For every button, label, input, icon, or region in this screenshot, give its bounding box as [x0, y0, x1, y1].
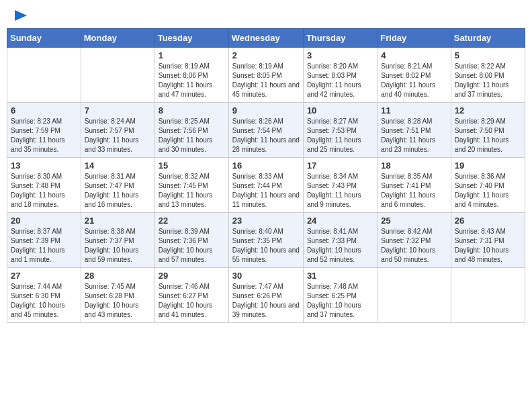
logo-icon — [12, 9, 27, 21]
day-info: Sunrise: 8:32 AM Sunset: 7:45 PM Dayligh… — [159, 172, 225, 210]
day-info: Sunrise: 8:40 AM Sunset: 7:35 PM Dayligh… — [232, 227, 300, 265]
calendar-cell: 23Sunrise: 8:40 AM Sunset: 7:35 PM Dayli… — [228, 213, 303, 268]
calendar-cell: 24Sunrise: 8:41 AM Sunset: 7:33 PM Dayli… — [303, 213, 377, 268]
calendar-week-row: 1Sunrise: 8:19 AM Sunset: 8:06 PM Daylig… — [7, 48, 525, 103]
day-number: 21 — [85, 216, 151, 226]
calendar-week-row: 13Sunrise: 8:30 AM Sunset: 7:48 PM Dayli… — [7, 158, 525, 213]
day-info: Sunrise: 8:24 AM Sunset: 7:57 PM Dayligh… — [85, 117, 151, 154]
day-number: 30 — [232, 271, 300, 281]
calendar-cell: 16Sunrise: 8:33 AM Sunset: 7:44 PM Dayli… — [228, 158, 303, 213]
day-info: Sunrise: 8:35 AM Sunset: 7:41 PM Dayligh… — [381, 172, 447, 210]
day-info: Sunrise: 8:25 AM Sunset: 7:56 PM Dayligh… — [159, 117, 225, 154]
day-number: 4 — [381, 50, 447, 60]
day-info: Sunrise: 8:22 AM Sunset: 8:00 PM Dayligh… — [455, 62, 521, 99]
day-info: Sunrise: 7:46 AM Sunset: 6:27 PM Dayligh… — [159, 282, 225, 320]
day-number: 28 — [85, 271, 151, 281]
weekday-header-thursday: Thursday — [303, 29, 377, 48]
calendar-cell: 2Sunrise: 8:19 AM Sunset: 8:05 PM Daylig… — [228, 48, 303, 103]
day-info: Sunrise: 7:45 AM Sunset: 6:28 PM Dayligh… — [85, 282, 151, 320]
calendar-cell: 9Sunrise: 8:26 AM Sunset: 7:54 PM Daylig… — [228, 103, 303, 158]
calendar-cell: 31Sunrise: 7:48 AM Sunset: 6:25 PM Dayli… — [303, 268, 377, 323]
day-number: 8 — [159, 105, 225, 116]
calendar-cell: 18Sunrise: 8:35 AM Sunset: 7:41 PM Dayli… — [378, 158, 451, 213]
day-number: 16 — [232, 161, 300, 171]
calendar-cell: 7Sunrise: 8:24 AM Sunset: 7:57 PM Daylig… — [81, 103, 154, 158]
day-number: 6 — [11, 105, 77, 116]
logo — [12, 9, 27, 21]
day-number: 26 — [455, 216, 521, 226]
weekday-header-sunday: Sunday — [7, 29, 81, 48]
weekday-header-friday: Friday — [378, 29, 451, 48]
calendar-cell: 1Sunrise: 8:19 AM Sunset: 8:06 PM Daylig… — [154, 48, 228, 103]
day-info: Sunrise: 8:38 AM Sunset: 7:37 PM Dayligh… — [85, 227, 151, 265]
calendar-cell: 14Sunrise: 8:31 AM Sunset: 7:47 PM Dayli… — [81, 158, 154, 213]
day-number: 15 — [159, 161, 225, 171]
calendar-cell: 25Sunrise: 8:42 AM Sunset: 7:32 PM Dayli… — [378, 213, 451, 268]
calendar-cell: 5Sunrise: 8:22 AM Sunset: 8:00 PM Daylig… — [451, 48, 525, 103]
calendar-cell: 29Sunrise: 7:46 AM Sunset: 6:27 PM Dayli… — [154, 268, 228, 323]
day-info: Sunrise: 8:21 AM Sunset: 8:02 PM Dayligh… — [381, 62, 447, 99]
day-info: Sunrise: 7:48 AM Sunset: 6:25 PM Dayligh… — [307, 282, 373, 320]
day-info: Sunrise: 8:34 AM Sunset: 7:43 PM Dayligh… — [307, 172, 373, 210]
day-info: Sunrise: 8:29 AM Sunset: 7:50 PM Dayligh… — [455, 117, 521, 154]
day-info: Sunrise: 8:23 AM Sunset: 7:59 PM Dayligh… — [11, 117, 77, 154]
day-number: 14 — [85, 161, 151, 171]
calendar-cell: 26Sunrise: 8:43 AM Sunset: 7:31 PM Dayli… — [451, 213, 525, 268]
calendar-cell: 22Sunrise: 8:39 AM Sunset: 7:36 PM Dayli… — [154, 213, 228, 268]
calendar-cell: 12Sunrise: 8:29 AM Sunset: 7:50 PM Dayli… — [451, 103, 525, 158]
weekday-header-wednesday: Wednesday — [228, 29, 303, 48]
calendar-cell: 19Sunrise: 8:36 AM Sunset: 7:40 PM Dayli… — [451, 158, 525, 213]
calendar-cell: 3Sunrise: 8:20 AM Sunset: 8:03 PM Daylig… — [303, 48, 377, 103]
day-number: 31 — [307, 271, 373, 281]
day-info: Sunrise: 8:28 AM Sunset: 7:51 PM Dayligh… — [381, 117, 447, 154]
day-number: 2 — [232, 50, 300, 60]
svg-marker-0 — [15, 10, 27, 21]
day-number: 1 — [159, 50, 225, 60]
day-info: Sunrise: 8:26 AM Sunset: 7:54 PM Dayligh… — [232, 117, 300, 154]
day-info: Sunrise: 8:43 AM Sunset: 7:31 PM Dayligh… — [455, 227, 521, 265]
day-number: 25 — [381, 216, 447, 226]
day-number: 24 — [307, 216, 373, 226]
day-number: 29 — [159, 271, 225, 281]
day-info: Sunrise: 7:47 AM Sunset: 6:26 PM Dayligh… — [232, 282, 300, 320]
day-number: 18 — [381, 161, 447, 171]
calendar-cell: 20Sunrise: 8:37 AM Sunset: 7:39 PM Dayli… — [7, 213, 81, 268]
calendar-cell: 30Sunrise: 7:47 AM Sunset: 6:26 PM Dayli… — [228, 268, 303, 323]
calendar-cell: 13Sunrise: 8:30 AM Sunset: 7:48 PM Dayli… — [7, 158, 81, 213]
weekday-header-row: SundayMondayTuesdayWednesdayThursdayFrid… — [7, 29, 525, 48]
day-number: 12 — [455, 105, 521, 116]
day-info: Sunrise: 8:20 AM Sunset: 8:03 PM Dayligh… — [307, 62, 373, 99]
day-number: 13 — [11, 161, 77, 171]
weekday-header-saturday: Saturday — [451, 29, 525, 48]
weekday-header-tuesday: Tuesday — [154, 29, 228, 48]
calendar-cell: 27Sunrise: 7:44 AM Sunset: 6:30 PM Dayli… — [7, 268, 81, 323]
calendar-cell: 21Sunrise: 8:38 AM Sunset: 7:37 PM Dayli… — [81, 213, 154, 268]
calendar-table: SundayMondayTuesdayWednesdayThursdayFrid… — [7, 28, 525, 323]
calendar-cell — [378, 268, 451, 323]
calendar-cell: 8Sunrise: 8:25 AM Sunset: 7:56 PM Daylig… — [154, 103, 228, 158]
weekday-header-monday: Monday — [81, 29, 154, 48]
calendar-cell: 17Sunrise: 8:34 AM Sunset: 7:43 PM Dayli… — [303, 158, 377, 213]
header — [7, 7, 525, 24]
calendar-cell: 11Sunrise: 8:28 AM Sunset: 7:51 PM Dayli… — [378, 103, 451, 158]
day-info: Sunrise: 8:19 AM Sunset: 8:06 PM Dayligh… — [159, 62, 225, 99]
calendar-week-row: 6Sunrise: 8:23 AM Sunset: 7:59 PM Daylig… — [7, 103, 525, 158]
day-info: Sunrise: 8:27 AM Sunset: 7:53 PM Dayligh… — [307, 117, 373, 154]
day-info: Sunrise: 8:19 AM Sunset: 8:05 PM Dayligh… — [232, 62, 300, 99]
calendar-cell — [7, 48, 81, 103]
day-number: 23 — [232, 216, 300, 226]
calendar-cell — [451, 268, 525, 323]
day-number: 17 — [307, 161, 373, 171]
day-info: Sunrise: 7:44 AM Sunset: 6:30 PM Dayligh… — [11, 282, 77, 320]
day-info: Sunrise: 8:37 AM Sunset: 7:39 PM Dayligh… — [11, 227, 77, 265]
day-number: 11 — [381, 105, 447, 116]
calendar-cell: 4Sunrise: 8:21 AM Sunset: 8:02 PM Daylig… — [378, 48, 451, 103]
day-number: 7 — [85, 105, 151, 116]
day-info: Sunrise: 8:42 AM Sunset: 7:32 PM Dayligh… — [381, 227, 447, 265]
day-info: Sunrise: 8:36 AM Sunset: 7:40 PM Dayligh… — [455, 172, 521, 210]
day-number: 3 — [307, 50, 373, 60]
day-number: 20 — [11, 216, 77, 226]
calendar-week-row: 27Sunrise: 7:44 AM Sunset: 6:30 PM Dayli… — [7, 268, 525, 323]
calendar-cell: 28Sunrise: 7:45 AM Sunset: 6:28 PM Dayli… — [81, 268, 154, 323]
day-number: 5 — [455, 50, 521, 60]
